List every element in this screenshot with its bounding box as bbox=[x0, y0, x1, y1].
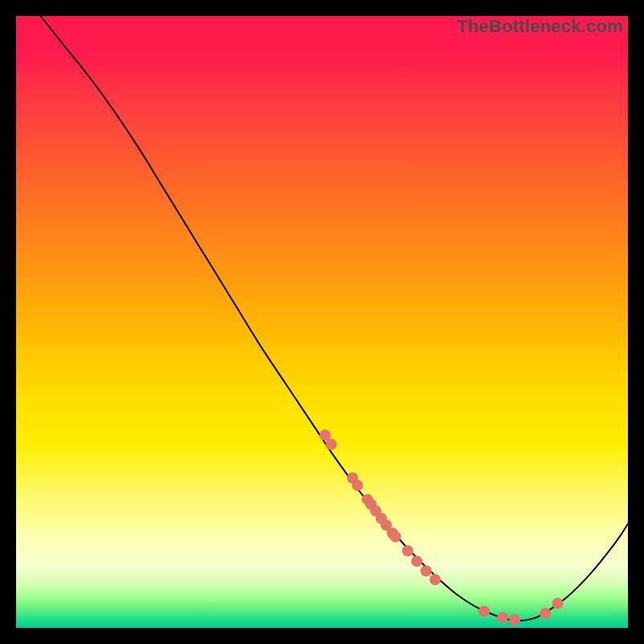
chart-container: TheBottleneck.com bbox=[0, 0, 644, 644]
data-point bbox=[352, 480, 363, 491]
curve-path bbox=[16, 0, 628, 621]
data-point bbox=[478, 605, 489, 617]
plot-area: TheBottleneck.com bbox=[16, 16, 628, 628]
data-point bbox=[509, 614, 520, 625]
data-point bbox=[390, 531, 401, 543]
curve-layer bbox=[16, 16, 628, 628]
data-point bbox=[420, 565, 431, 576]
data-point bbox=[552, 598, 564, 609]
data-point bbox=[539, 608, 551, 619]
watermark-text: TheBottleneck.com bbox=[457, 16, 623, 37]
data-point bbox=[325, 439, 336, 450]
data-point bbox=[497, 612, 508, 623]
data-point bbox=[320, 430, 331, 441]
data-point bbox=[402, 545, 413, 556]
data-point bbox=[430, 574, 441, 585]
data-point bbox=[411, 555, 423, 567]
